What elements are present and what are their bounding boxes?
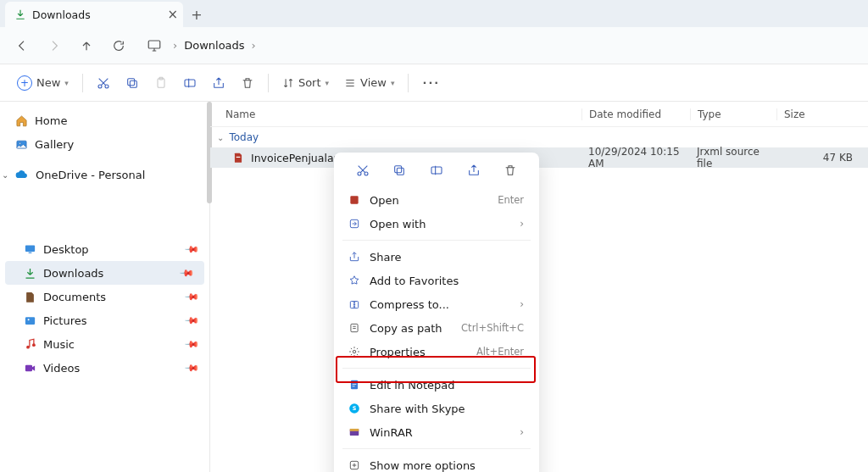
separator — [82, 74, 83, 92]
group-label: Today — [229, 131, 259, 143]
sidebar-item-gallery[interactable]: Gallery — [0, 132, 209, 156]
more-button[interactable]: ··· — [415, 70, 447, 96]
svg-rect-7 — [185, 80, 195, 86]
music-icon — [24, 338, 36, 351]
svg-rect-23 — [350, 196, 358, 203]
pin-icon: 📌 — [183, 359, 199, 375]
videos-icon — [24, 362, 36, 375]
delete-button[interactable] — [234, 70, 261, 96]
close-icon[interactable]: × — [167, 7, 178, 22]
svg-rect-21 — [395, 166, 402, 173]
copy-icon[interactable] — [392, 163, 407, 178]
svg-rect-28 — [351, 380, 358, 390]
monitor-icon — [142, 34, 166, 58]
open-with-icon — [348, 217, 361, 230]
menu-show-more[interactable]: Show more options — [339, 453, 534, 472]
sidebar-item-downloads[interactable]: Downloads 📌 — [5, 261, 204, 285]
rename-icon[interactable] — [429, 163, 444, 178]
svg-rect-17 — [236, 157, 241, 158]
delete-icon[interactable] — [503, 163, 518, 178]
star-icon — [348, 274, 361, 287]
file-name: InvoicePenjualan — [251, 152, 341, 164]
share-button[interactable] — [205, 70, 232, 96]
file-icon — [232, 152, 244, 164]
menu-label: Show more options — [370, 459, 476, 472]
menu-copy-path[interactable]: Copy as path Ctrl+Shift+C — [339, 316, 534, 340]
menu-label: Compress to... — [370, 298, 449, 311]
sidebar-item-documents[interactable]: Documents 📌 — [0, 285, 209, 308]
menu-shortcut: Alt+Enter — [476, 346, 524, 358]
chevron-right-icon: › — [520, 298, 524, 310]
separator — [342, 368, 531, 369]
refresh-button[interactable] — [105, 32, 132, 59]
new-button[interactable]: + New ▾ — [10, 70, 75, 96]
breadcrumb-current: Downloads — [184, 39, 244, 52]
menu-favorites[interactable]: Add to Favorites — [339, 269, 534, 292]
menu-winrar[interactable]: WinRAR › — [339, 420, 534, 444]
column-header-type[interactable]: Type — [690, 108, 776, 120]
column-header-size[interactable]: Size — [776, 108, 868, 120]
back-button[interactable] — [8, 32, 36, 59]
file-size: 47 KB — [776, 152, 868, 164]
notepad-icon — [348, 378, 361, 391]
file-row[interactable]: InvoicePenjualan 10/29/2024 10:15 AM Jrx… — [210, 147, 868, 168]
menu-label: Edit in Notepad — [370, 379, 455, 391]
svg-rect-16 — [25, 364, 32, 371]
properties-icon — [348, 345, 361, 358]
menu-compress[interactable]: Compress to... › — [339, 292, 534, 316]
rename-button[interactable] — [176, 70, 203, 96]
sidebar-item-home[interactable]: Home — [0, 108, 209, 132]
separator — [408, 74, 409, 92]
sort-button[interactable]: Sort ▾ — [275, 70, 336, 96]
svg-rect-22 — [431, 167, 442, 174]
svg-rect-4 — [128, 78, 135, 85]
menu-open-with[interactable]: Open with › — [339, 212, 534, 236]
menu-share[interactable]: Share — [339, 245, 534, 269]
view-label: View — [360, 76, 387, 89]
menu-properties[interactable]: Properties Alt+Enter — [339, 340, 534, 364]
new-tab-button[interactable]: + — [183, 2, 210, 27]
app-icon — [348, 193, 361, 207]
chevron-down-icon[interactable]: ⌄ — [2, 170, 8, 180]
chevron-down-icon: ▾ — [326, 79, 330, 87]
separator — [342, 448, 531, 449]
chevron-down-icon: ⌄ — [217, 133, 224, 142]
context-menu: Open Enter Open with › Share Add to Favo… — [334, 153, 539, 472]
sidebar-item-label: Pictures — [43, 314, 86, 327]
sidebar-item-videos[interactable]: Videos 📌 — [0, 356, 209, 380]
winrar-icon — [348, 425, 361, 439]
sidebar-item-label: Home — [35, 114, 67, 127]
column-header-date[interactable]: Date modified — [581, 108, 690, 120]
tab-downloads[interactable]: Downloads × — [5, 2, 183, 27]
copy-button[interactable] — [119, 70, 146, 96]
plus-icon: + — [17, 75, 32, 91]
share-icon[interactable] — [466, 163, 481, 178]
cut-icon[interactable] — [355, 163, 370, 178]
sidebar-item-onedrive[interactable]: ⌄ OneDrive - Personal — [0, 163, 209, 186]
svg-point-13 — [28, 319, 30, 320]
column-header-name[interactable]: Name — [210, 108, 581, 120]
menu-label: Open — [370, 194, 399, 207]
menu-share-skype[interactable]: S Share with Skype — [339, 397, 534, 420]
group-today[interactable]: ⌄ Today — [210, 127, 868, 147]
sidebar-item-label: Downloads — [43, 267, 103, 280]
up-button[interactable] — [73, 32, 100, 59]
separator — [268, 74, 269, 92]
file-type: Jrxml source file — [690, 146, 776, 169]
chevron-right-icon: › — [252, 39, 256, 52]
svg-point-27 — [353, 350, 356, 353]
cut-button[interactable] — [90, 70, 117, 96]
menu-open[interactable]: Open Enter — [339, 188, 534, 212]
sidebar-item-desktop[interactable]: Desktop 📌 — [0, 237, 209, 261]
sidebar-item-pictures[interactable]: Pictures 📌 — [0, 308, 209, 332]
pin-icon: 📌 — [183, 241, 199, 257]
forward-button[interactable] — [41, 32, 68, 59]
menu-edit-notepad[interactable]: Edit in Notepad — [339, 373, 534, 397]
desktop-icon — [24, 243, 36, 256]
sort-label: Sort — [298, 76, 321, 89]
view-button[interactable]: View ▾ — [337, 70, 401, 96]
paste-button[interactable] — [147, 70, 175, 96]
sidebar-item-music[interactable]: Music 📌 — [0, 332, 209, 356]
pin-icon: 📌 — [183, 312, 199, 328]
breadcrumb[interactable]: › Downloads › — [142, 33, 261, 58]
